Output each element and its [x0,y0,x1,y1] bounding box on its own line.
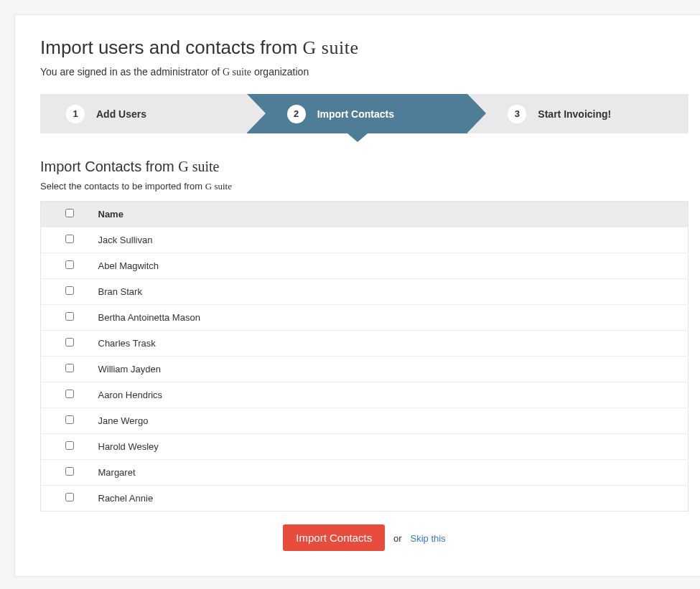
table-row: Bran Stark [41,279,689,305]
row-checkbox-cell [41,382,98,408]
step-label: Start Invoicing! [538,108,611,120]
row-checkbox[interactable] [65,260,74,269]
signed-in-suffix: organization [251,66,309,77]
row-checkbox[interactable] [65,364,74,372]
step-label: Add Users [96,108,146,120]
contact-name: William Jayden [98,357,689,382]
row-checkbox[interactable] [65,441,74,450]
step-indicator: 1 Add Users 2 Import Contacts 3 Start In… [40,94,689,133]
import-contacts-button[interactable]: Import Contacts [283,524,385,551]
column-header-name: Name [98,202,689,227]
contact-name: Charles Trask [98,331,689,357]
contact-name: Margaret [98,460,689,486]
row-checkbox[interactable] [65,286,74,295]
signed-in-text: You are signed in as the administrator o… [40,66,689,78]
row-checkbox-cell [41,434,98,460]
step-label: Import Contacts [317,108,394,120]
row-checkbox-cell [41,279,98,305]
contact-name: Abel Magwitch [98,253,689,279]
table-row: Aaron Hendrics [41,382,689,408]
brand-label: G suite [178,159,219,174]
signed-in-prefix: You are signed in as the administrator o… [40,66,223,77]
row-checkbox[interactable] [65,312,74,321]
step-import-contacts[interactable]: 2 Import Contacts [247,94,468,133]
table-row: Charles Trask [41,331,689,357]
section-title: Import Contacts from G suite [40,159,689,175]
row-checkbox[interactable] [65,235,74,243]
select-all-checkbox[interactable] [65,209,74,217]
row-checkbox[interactable] [65,415,74,424]
select-all-cell [41,202,98,227]
row-checkbox-cell [41,357,98,382]
row-checkbox-cell [41,486,98,512]
section-title-text: Import Contacts from [40,159,178,174]
action-bar: Import Contacts or Skip this [40,524,689,551]
row-checkbox[interactable] [65,338,74,347]
contact-name: Harold Wesley [98,434,689,460]
page-title-text: Import users and contacts from [40,37,303,58]
row-checkbox-cell [41,227,98,253]
contact-name: Bran Stark [98,279,689,305]
row-checkbox-cell [41,331,98,357]
table-row: Rachel Annie [41,486,689,512]
row-checkbox-cell [41,460,98,486]
table-row: Jane Wergo [41,408,689,434]
page-container: Import users and contacts from G suite Y… [14,14,700,577]
step-number: 3 [508,105,526,123]
brand-label: G suite [223,67,251,77]
row-checkbox[interactable] [65,390,74,398]
step-number: 2 [287,105,306,123]
or-text: or [393,533,402,544]
row-checkbox-cell [41,253,98,279]
contact-name: Bertha Antoinetta Mason [98,305,689,331]
section-subtitle-text: Select the contacts to be imported from [40,181,205,192]
table-header-row: Name [41,202,689,227]
table-row: Margaret [41,460,689,486]
row-checkbox-cell [41,408,98,434]
table-row: Harold Wesley [41,434,689,460]
table-row: Jack Sullivan [41,227,689,253]
brand-label: G suite [303,37,359,58]
table-row: Abel Magwitch [41,253,689,279]
table-row: Bertha Antoinetta Mason [41,305,689,331]
row-checkbox[interactable] [65,493,74,501]
row-checkbox[interactable] [65,467,74,476]
step-number: 1 [66,105,85,123]
brand-label: G suite [205,181,232,192]
section-subtitle: Select the contacts to be imported from … [40,181,689,192]
page-title: Import users and contacts from G suite [40,37,689,59]
table-row: William Jayden [41,357,689,382]
row-checkbox-cell [41,305,98,331]
contact-name: Jane Wergo [98,408,689,434]
step-start-invoicing[interactable]: 3 Start Invoicing! [467,94,689,133]
contact-name: Jack Sullivan [98,227,689,253]
step-add-users[interactable]: 1 Add Users [40,94,247,133]
contact-name: Rachel Annie [98,486,689,512]
skip-link[interactable]: Skip this [411,533,446,544]
contacts-table: Name Jack SullivanAbel MagwitchBran Star… [40,201,689,512]
contact-name: Aaron Hendrics [98,382,689,408]
